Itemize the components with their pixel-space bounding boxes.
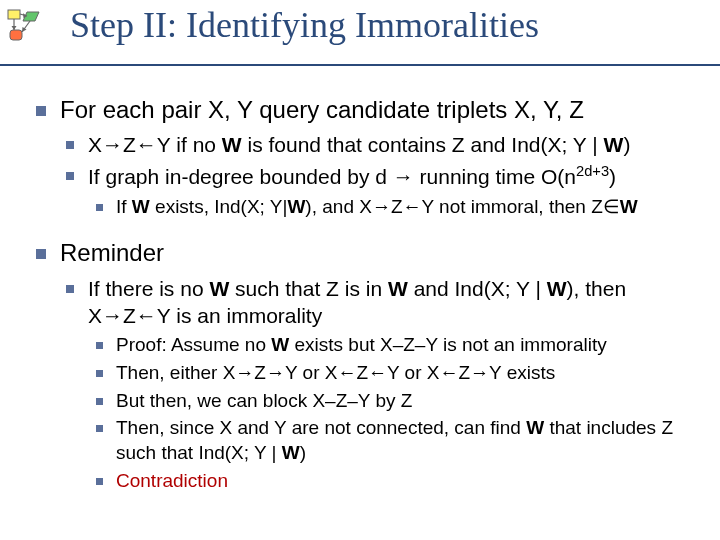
text-l11: Contradiction	[116, 470, 228, 491]
bullet-l4: If W exists, Ind(X; Y|W), and X→Z←Y not …	[32, 195, 688, 220]
text-l7: Proof: Assume no W exists but X–Z–Y is n…	[116, 334, 607, 355]
bullet-l1: For each pair X, Y query candidate tripl…	[32, 94, 688, 125]
svg-marker-4	[12, 26, 17, 30]
text-l5: Reminder	[60, 239, 164, 266]
text-l1: For each pair X, Y query candidate tripl…	[60, 96, 584, 123]
bullet-l3: If graph in-degree bounded by d → runnin…	[32, 162, 688, 190]
text-l2: X→Z←Y if no W is found that contains Z a…	[88, 133, 630, 156]
bullet-l2: X→Z←Y if no W is found that contains Z a…	[32, 131, 688, 158]
svg-rect-2	[10, 30, 22, 40]
text-l8: Then, either X→Z→Y or X←Z←Y or X←Z→Y exi…	[116, 362, 555, 383]
bullet-l8: Then, either X→Z→Y or X←Z←Y or X←Z→Y exi…	[32, 361, 688, 386]
bullet-l9: But then, we can block X–Z–Y by Z	[32, 389, 688, 414]
flowchart-icon	[6, 8, 42, 48]
bullet-l6: If there is no W such that Z is in W and…	[32, 275, 688, 330]
bullet-l10: Then, since X and Y are not connected, c…	[32, 416, 688, 465]
bullet-l5: Reminder	[32, 237, 688, 268]
text-l3: If graph in-degree bounded by d → runnin…	[88, 165, 616, 188]
text-l10: Then, since X and Y are not connected, c…	[116, 417, 673, 463]
slide-title: Step II: Identifying Immoralities	[70, 4, 539, 46]
bullet-l7: Proof: Assume no W exists but X–Z–Y is n…	[32, 333, 688, 358]
bullet-l11: Contradiction	[32, 469, 688, 494]
text-l4: If W exists, Ind(X; Y|W), and X→Z←Y not …	[116, 196, 638, 217]
svg-rect-0	[8, 10, 20, 19]
text-l9: But then, we can block X–Z–Y by Z	[116, 390, 412, 411]
text-l6: If there is no W such that Z is in W and…	[88, 277, 626, 327]
slide-content: For each pair X, Y query candidate tripl…	[0, 66, 720, 493]
